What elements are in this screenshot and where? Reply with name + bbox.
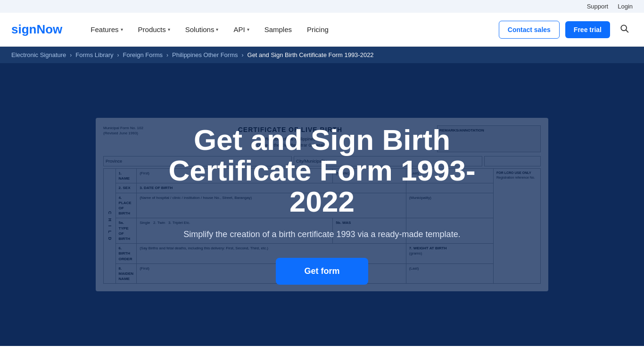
breadcrumb-separator: › <box>117 52 119 58</box>
breadcrumb-separator: › <box>166 52 168 58</box>
nav-features[interactable]: Features ▾ <box>85 22 128 37</box>
hero-title: Get and Sign Birth Certificate Form 1993… <box>168 124 476 216</box>
contact-sales-button[interactable]: Contact sales <box>499 21 560 39</box>
search-button[interactable] <box>616 20 633 39</box>
login-link[interactable]: Login <box>618 3 633 10</box>
nav-products[interactable]: Products ▾ <box>132 22 176 37</box>
nav-samples[interactable]: Samples <box>259 22 297 37</box>
header: signNow Features ▾ Products ▾ Solutions … <box>0 13 644 47</box>
chevron-down-icon: ▾ <box>216 27 218 32</box>
hero-content: Get and Sign Birth Certificate Form 1993… <box>157 102 487 307</box>
hero-subtitle: Simplify the creation of a birth certifi… <box>168 228 476 241</box>
top-bar: Support Login <box>0 0 644 13</box>
support-link[interactable]: Support <box>587 3 609 10</box>
breadcrumb-electronic-signature[interactable]: Electronic Signature <box>11 51 66 58</box>
main-nav: Features ▾ Products ▾ Solutions ▾ API ▾ … <box>85 22 483 37</box>
free-trial-button[interactable]: Free trial <box>565 21 610 38</box>
nav-api[interactable]: API ▾ <box>228 22 255 37</box>
nav-pricing[interactable]: Pricing <box>301 22 334 37</box>
logo-text: signNow <box>11 22 62 37</box>
header-actions: Contact sales Free trial <box>499 20 633 39</box>
chevron-down-icon: ▾ <box>121 27 123 32</box>
logo[interactable]: signNow <box>11 22 62 37</box>
get-form-button[interactable]: Get form <box>276 258 368 285</box>
breadcrumb: Electronic Signature › Forms Library › F… <box>0 47 644 63</box>
chevron-down-icon: ▾ <box>168 27 170 32</box>
svg-line-1 <box>626 30 628 33</box>
breadcrumb-forms-library[interactable]: Forms Library <box>75 51 113 58</box>
breadcrumb-separator: › <box>242 52 244 58</box>
chevron-down-icon: ▾ <box>247 27 249 32</box>
search-icon <box>619 24 629 33</box>
breadcrumb-current: Get and Sign Birth Certificate Form 1993… <box>248 51 374 58</box>
breadcrumb-foreign-forms[interactable]: Foreign Forms <box>123 51 163 58</box>
breadcrumb-separator: › <box>70 52 72 58</box>
breadcrumb-philippines-other-forms[interactable]: Philippines Other Forms <box>172 51 238 58</box>
hero-section: Municipal Form No. 102(Revised June 1993… <box>0 63 644 346</box>
nav-solutions[interactable]: Solutions ▾ <box>180 22 224 37</box>
